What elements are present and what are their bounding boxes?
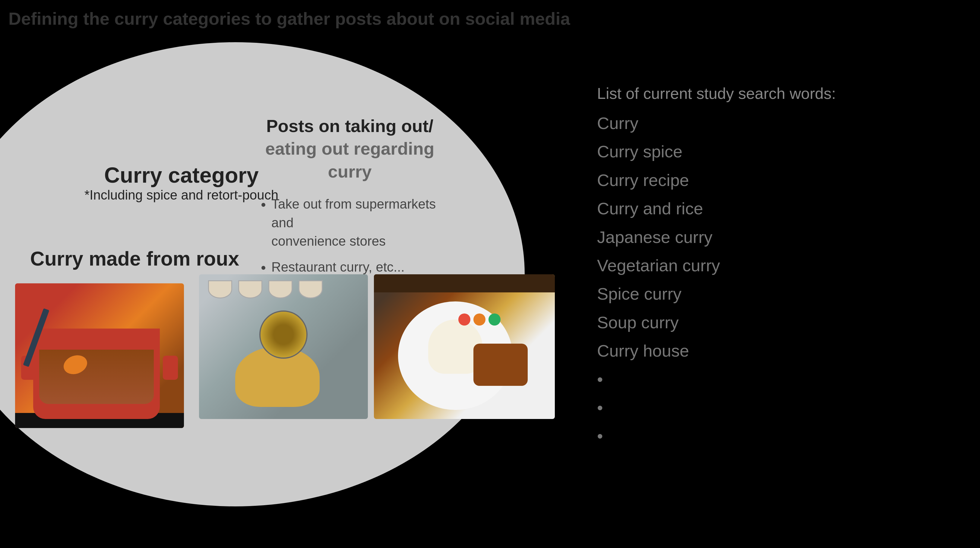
- search-word-item-8: Curry house: [597, 339, 929, 363]
- search-words-title: List of current study search words:: [597, 84, 929, 102]
- search-word-item-2: Curry recipe: [597, 168, 929, 192]
- taking-out-title-line2: eating out regarding curry: [266, 139, 434, 181]
- search-words-list: CurryCurry spiceCurry recipeCurry and ri…: [597, 111, 929, 448]
- search-word-item-0: Curry: [597, 111, 929, 135]
- search-word-empty-0: [597, 368, 929, 391]
- taking-out-section: Posts on taking out/ eating out regardin…: [247, 114, 452, 284]
- taking-out-title: Posts on taking out/ eating out regardin…: [247, 114, 452, 183]
- taking-out-list: Take out from supermarkets and convenien…: [247, 195, 452, 276]
- search-word-item-4: Japanese curry: [597, 226, 929, 249]
- search-words-section: List of current study search words: Curr…: [597, 84, 929, 453]
- taking-out-item-2: Restaurant curry, etc...: [271, 258, 452, 276]
- search-word-empty-2: [597, 424, 929, 448]
- food-image-pot: [15, 283, 184, 428]
- food-image-plate: [374, 274, 555, 419]
- search-word-empty-1: [597, 396, 929, 419]
- search-word-item-7: Soup curry: [597, 311, 929, 334]
- curry-roux-label: Curry made from roux: [30, 247, 239, 270]
- taking-out-item-1: Take out from supermarkets and convenien…: [271, 195, 452, 251]
- food-image-spice: [199, 274, 368, 419]
- search-word-item-3: Curry and rice: [597, 197, 929, 220]
- search-word-item-1: Curry spice: [597, 140, 929, 164]
- taking-out-title-line1: Posts on taking out/: [266, 116, 433, 136]
- search-word-item-6: Spice curry: [597, 282, 929, 306]
- page-title: Defining the curry categories to gather …: [8, 8, 570, 29]
- search-word-item-5: Vegetarian curry: [597, 254, 929, 277]
